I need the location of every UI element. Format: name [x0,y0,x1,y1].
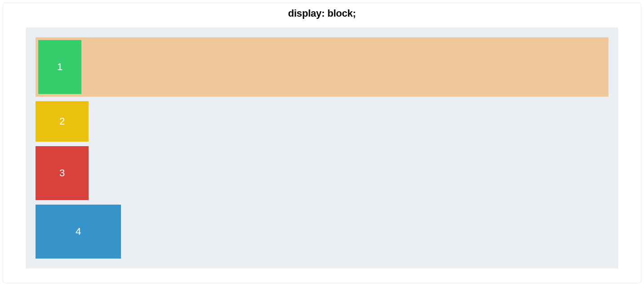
block-row-4: 4 [36,205,608,259]
box-4-label: 4 [76,226,81,237]
box-2: 2 [36,101,89,142]
block-row-1: 1 [36,37,608,97]
box-3: 3 [36,146,89,200]
box-1-label: 1 [57,61,63,73]
box-4: 4 [36,205,121,259]
box-2-label: 2 [59,116,65,127]
diagram-stage: 1 2 3 4 [26,27,618,268]
box-1: 1 [38,40,81,94]
block-row-3: 3 [36,146,608,200]
block-row-2: 2 [36,101,608,142]
diagram-frame: display: block; 1 2 3 4 [3,3,641,283]
box-3-label: 3 [59,167,65,179]
diagram-title: display: block; [26,8,618,19]
